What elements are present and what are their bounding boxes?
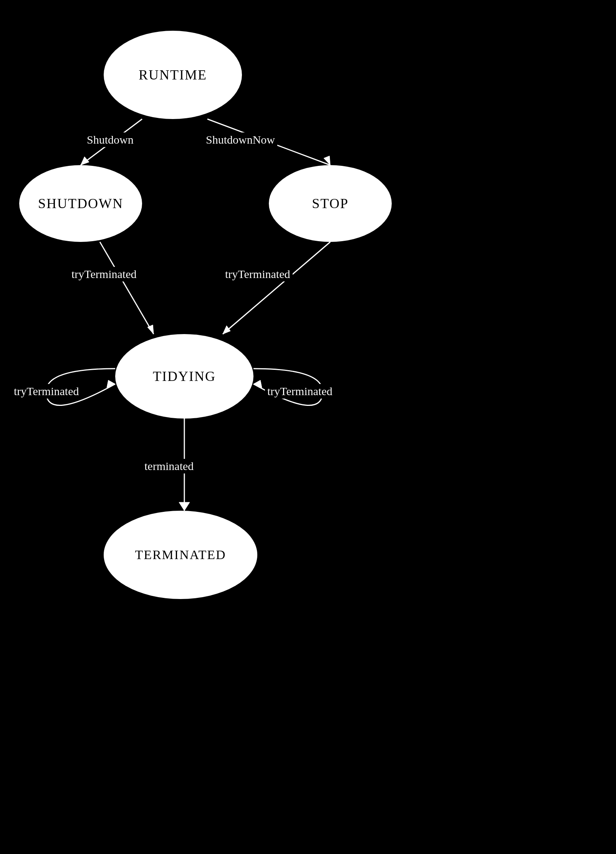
state-diagram: RUNTIME SHUTDOWN STOP TIDYING TERMINATED… xyxy=(0,0,616,854)
try-terminated-shutdown-label: tryTerminated xyxy=(69,267,139,281)
svg-marker-4 xyxy=(107,380,115,388)
svg-marker-0 xyxy=(81,157,89,165)
terminated-node: TERMINATED xyxy=(104,511,257,599)
shutdown-node: SHUTDOWN xyxy=(19,165,142,242)
try-terminated-stop-label: tryTerminated xyxy=(223,267,293,281)
svg-marker-1 xyxy=(324,156,330,165)
shutdown-edge-label: Shutdown xyxy=(84,132,136,147)
svg-marker-6 xyxy=(179,502,190,511)
try-terminated-left-label: tryTerminated xyxy=(12,384,81,399)
runtime-node: RUNTIME xyxy=(104,31,242,119)
arrows-svg xyxy=(0,0,616,854)
svg-marker-5 xyxy=(253,380,262,388)
shutdownnow-edge-label: ShutdownNow xyxy=(204,132,277,147)
stop-node: STOP xyxy=(269,165,392,242)
try-terminated-right-label: tryTerminated xyxy=(265,384,335,399)
terminated-edge-label: terminated xyxy=(142,459,196,473)
svg-marker-3 xyxy=(223,326,230,334)
svg-marker-2 xyxy=(147,325,154,334)
tidying-node: TIDYING xyxy=(115,334,253,419)
